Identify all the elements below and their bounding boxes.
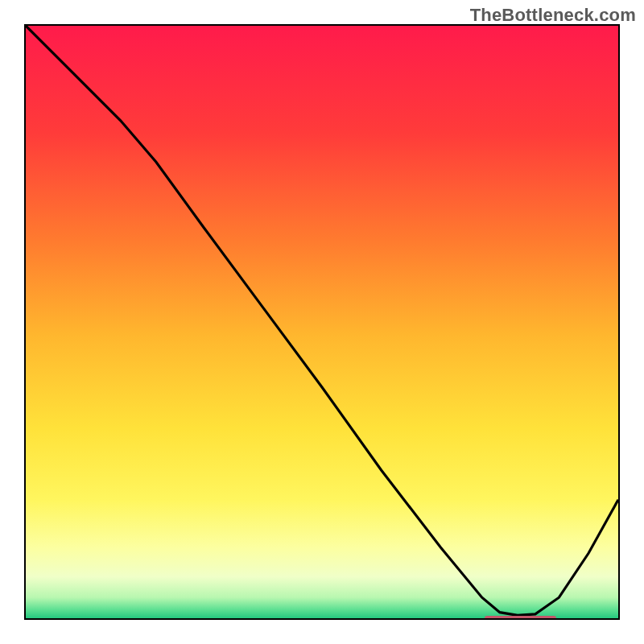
optimal-range-marker [485,616,556,620]
chart-container: TheBottleneck.com [0,0,644,644]
bottleneck-curve [26,26,618,618]
plot-area [24,24,620,620]
watermark-text: TheBottleneck.com [470,5,636,26]
